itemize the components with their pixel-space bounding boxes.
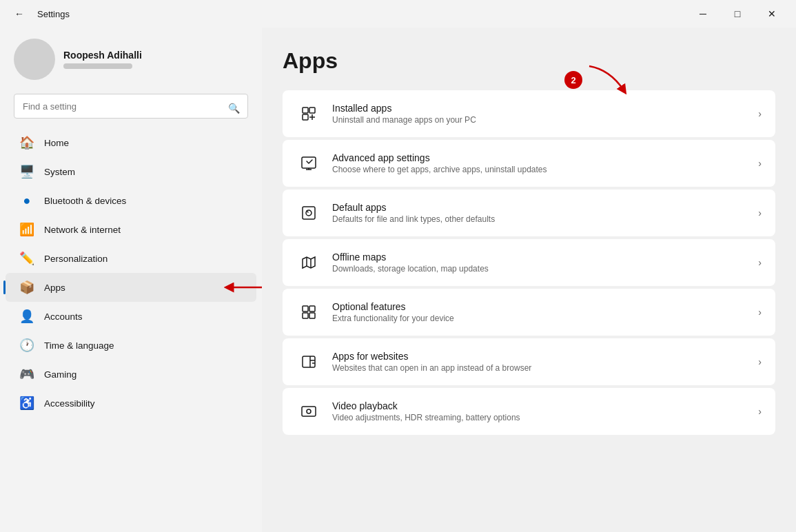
gaming-icon: 🎮 [19,367,34,382]
default-apps-title: Default apps [332,202,758,213]
offline-maps-desc: Downloads, storage location, map updates [332,264,758,274]
nav-item-wrapper-personalization: ✏️ Personalization [0,244,262,273]
user-profile: Roopesh Adihalli [0,28,262,88]
maximize-button[interactable]: □ [722,3,753,25]
nav-item-wrapper-system: 🖥️ System [0,157,262,186]
sidebar-item-home[interactable]: 🏠 Home [6,128,256,157]
sidebar-item-accessibility[interactable]: ♿ Accessibility [6,389,256,418]
settings-item-advanced-app[interactable]: Advanced app settings Choose where to ge… [283,140,775,187]
nav-item-wrapper-network: 📶 Network & internet [0,215,262,244]
system-icon: 🖥️ [19,164,34,179]
sidebar-item-time[interactable]: 🕐 Time & language [6,331,256,360]
sidebar-item-label-accounts: Accounts [44,311,83,322]
svg-rect-4 [309,108,315,113]
optional-features-title: Optional features [332,301,758,312]
titlebar: ← Settings ─ □ ✕ [0,0,796,28]
sidebar-item-label-apps: Apps [44,283,65,293]
sidebar-item-label-personalization: Personalization [44,254,108,264]
close-button[interactable]: ✕ [756,3,788,25]
apps-icon: 📦 [19,280,34,295]
nav-list: 🏠 Home 🖥️ System ● Bluetooth & devices [0,128,262,418]
sidebar-item-label-home: Home [44,138,69,148]
apps-for-websites-title: Apps for websites [332,351,758,362]
default-apps-desc: Defaults for file and link types, other … [332,214,758,224]
svg-rect-16 [309,306,315,311]
content-area: Apps 2 [262,28,796,532]
svg-rect-11 [303,207,315,219]
nav-item-wrapper-accounts: 👤 Accounts [0,302,262,331]
avatar [14,39,55,80]
offline-maps-text: Offline maps Downloads, storage location… [332,252,758,274]
advanced-app-icon [296,151,321,176]
minimize-button[interactable]: ─ [687,3,719,25]
installed-apps-desc: Uninstall and manage apps on your PC [332,115,758,125]
advanced-app-chevron: › [758,158,762,169]
nav-item-wrapper-accessibility: ♿ Accessibility [0,389,262,418]
svg-rect-20 [302,407,316,416]
offline-maps-title: Offline maps [332,252,758,263]
advanced-app-text: Advanced app settings Choose where to ge… [332,152,758,174]
settings-item-video-playback[interactable]: Video playback Video adjustments, HDR st… [283,388,775,435]
svg-rect-19 [303,356,315,367]
sidebar-item-system[interactable]: 🖥️ System [6,157,256,186]
default-apps-icon [296,201,321,225]
video-playback-text: Video playback Video adjustments, HDR st… [332,400,758,422]
svg-rect-17 [303,313,308,318]
settings-item-default-apps[interactable]: Default apps Defaults for file and link … [283,190,775,236]
settings-item-offline-maps[interactable]: Offline maps Downloads, storage location… [283,239,775,286]
search-input[interactable] [14,94,248,119]
video-playback-desc: Video adjustments, HDR streaming, batter… [332,413,758,422]
nav-item-wrapper-apps: 📦 Apps 1 [0,273,262,302]
optional-features-icon [296,300,321,325]
sidebar-item-network[interactable]: 📶 Network & internet [6,215,256,244]
settings-item-optional-features[interactable]: Optional features Extra functionality fo… [283,289,775,336]
titlebar-controls: ─ □ ✕ [687,3,788,25]
installed-apps-text: Installed apps Uninstall and manage apps… [332,103,758,125]
network-icon: 📶 [19,222,34,237]
video-playback-icon [296,399,321,424]
default-apps-chevron: › [758,207,762,218]
search-container: 🔍 [0,88,262,128]
apps-for-websites-icon [296,349,321,374]
advanced-app-desc: Choose where to get apps, archive apps, … [332,165,758,174]
optional-features-desc: Extra functionality for your device [332,314,758,323]
user-info: Roopesh Adihalli [63,50,142,69]
titlebar-left: ← Settings [8,3,70,25]
offline-maps-chevron: › [758,257,762,268]
video-playback-title: Video playback [332,400,758,411]
page-title: Apps [283,48,775,74]
personalization-icon: ✏️ [19,251,34,266]
sidebar-item-accounts[interactable]: 👤 Accounts [6,302,256,331]
time-icon: 🕐 [19,338,34,353]
sidebar-item-gaming[interactable]: 🎮 Gaming [6,360,256,389]
window-title: Settings [37,9,70,19]
svg-rect-15 [303,306,308,311]
apps-for-websites-chevron: › [758,356,762,367]
advanced-app-title: Advanced app settings [332,152,758,163]
svg-rect-3 [303,108,308,113]
nav-item-wrapper-home: 🏠 Home [0,128,262,157]
sidebar: Roopesh Adihalli 🔍 🏠 Home 🖥️ Sys [0,28,262,532]
installed-apps-icon [296,101,321,126]
optional-features-chevron: › [758,307,762,318]
sidebar-item-bluetooth[interactable]: ● Bluetooth & devices [6,186,256,215]
settings-item-installed-apps[interactable]: Installed apps Uninstall and manage apps… [283,90,775,137]
sidebar-item-personalization[interactable]: ✏️ Personalization [6,244,256,273]
optional-features-text: Optional features Extra functionality fo… [332,301,758,323]
installed-apps-title: Installed apps [332,103,758,114]
back-button[interactable]: ← [8,3,30,25]
sidebar-item-apps[interactable]: 📦 Apps 1 [6,273,256,302]
sidebar-item-label-network: Network & internet [44,225,121,235]
apps-for-websites-text: Apps for websites Websites that can open… [332,351,758,373]
offline-maps-icon [296,250,321,275]
settings-item-apps-for-websites[interactable]: Apps for websites Websites that can open… [283,338,775,385]
bluetooth-icon: ● [19,193,34,208]
accounts-icon: 👤 [19,309,34,324]
sidebar-item-label-time: Time & language [44,340,114,351]
default-apps-text: Default apps Defaults for file and link … [332,202,758,224]
sidebar-item-label-gaming: Gaming [44,369,76,380]
accessibility-icon: ♿ [19,396,34,411]
nav-item-wrapper-gaming: 🎮 Gaming [0,360,262,389]
nav-item-wrapper-bluetooth: ● Bluetooth & devices [0,186,262,215]
svg-rect-5 [303,114,308,120]
